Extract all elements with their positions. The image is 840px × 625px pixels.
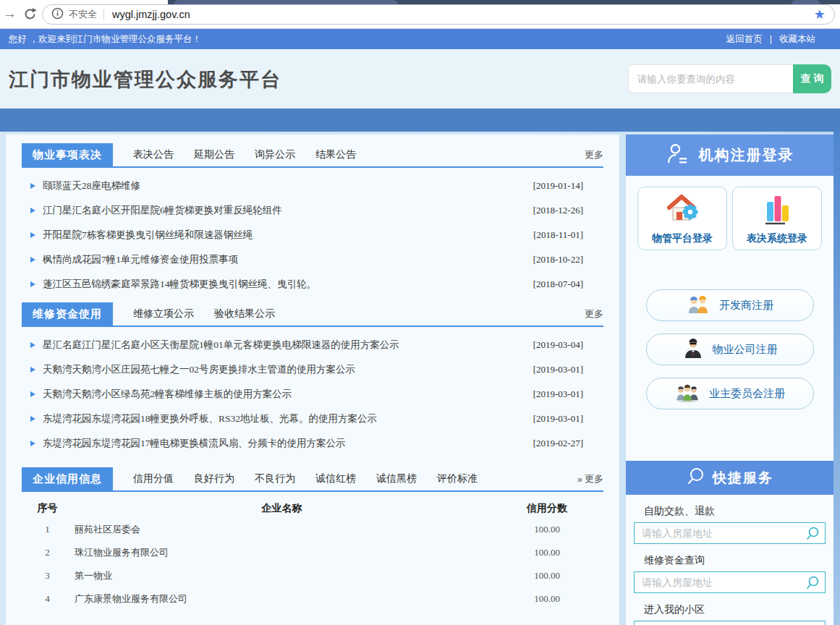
committee-group-icon xyxy=(674,381,700,406)
site-title: 江门市物业管理公众服务平台 xyxy=(9,67,281,93)
magnifier-icon xyxy=(686,467,705,489)
register-login-title: 机构注册登录 xyxy=(699,145,794,165)
tab-black-list[interactable]: 诚信黑榜 xyxy=(376,467,417,490)
bookmark-star-icon[interactable]: ★ xyxy=(814,8,826,21)
item-title[interactable]: 东堤湾花园东堤湾花园18幢更换外呼板、RS32地址板、光幕。的使用方案公示 xyxy=(43,412,525,425)
tab-criteria[interactable]: 评价标准 xyxy=(437,467,478,490)
bullet-triangle-icon xyxy=(30,391,35,397)
search-magnifier-icon[interactable] xyxy=(805,526,820,545)
owners-committee-register-button[interactable]: 业主委员会注册 xyxy=(646,378,814,409)
item-date: [2019-03-01] xyxy=(533,413,583,425)
list-item[interactable]: 蓬江区五邑锦绣豪庭翠景路14幢货梯更换曳引钢丝绳、曳引轮。 [2018-07-0… xyxy=(22,272,603,297)
welcome-bar: 您好 ，欢迎来到江门市物业管理公众服务平台！ 返回首页 | 收藏本站 xyxy=(0,29,840,49)
quick-services-title: 快捷服务 xyxy=(713,469,773,488)
service-label: 进入我的小区 xyxy=(644,603,833,616)
info-icon[interactable] xyxy=(51,7,64,22)
list-item[interactable]: 天鹅湾天鹅湾小区绿岛苑2幢客梯维修主板的使用方案公示 [2019-03-01] xyxy=(22,382,603,407)
fund-more-link[interactable]: 更多 xyxy=(585,302,603,326)
item-title[interactable]: 天鹅湾天鹅湾小区庄园苑七幢之一02号房更换排水主管道的使用方案公示 xyxy=(43,363,525,376)
page-background-strip xyxy=(833,132,840,625)
credit-score: 100.00 xyxy=(496,524,598,535)
voting-more-link[interactable]: 更多 xyxy=(585,143,603,166)
item-date: [2019-01-14] xyxy=(533,180,583,192)
tab-delay-notice[interactable]: 延期公告 xyxy=(194,143,234,166)
item-title[interactable]: 东堤湾花园东堤湾花园17幢电梯更换横流风扇、分频卡的使用方案公示 xyxy=(43,437,525,450)
bullet-triangle-icon xyxy=(30,183,35,189)
quick-services-header: 快捷服务 xyxy=(626,461,833,495)
bullet-triangle-icon xyxy=(30,208,35,213)
search-magnifier-icon[interactable] xyxy=(805,575,820,594)
company-name[interactable]: 丽苑社区居委会 xyxy=(67,523,496,536)
company-name[interactable]: 广东康景物业服务有限公司 xyxy=(67,592,496,605)
company-name[interactable]: 第一物业 xyxy=(67,569,496,582)
item-title[interactable]: 枫情尚成花园7幢1单元维修资金使用投票事项 xyxy=(43,253,525,266)
url-text[interactable]: wygl.jmzjj.gov.cn xyxy=(112,9,190,20)
list-item[interactable]: 东堤湾花园东堤湾花园17幢电梯更换横流风扇、分频卡的使用方案公示 [2019-0… xyxy=(22,431,603,456)
tab-bad-behavior[interactable]: 不良行为 xyxy=(255,467,295,490)
credit-section-header: 企业信用信息 信用分值 良好行为 不良行为 诚信红榜 诚信黑榜 评价标准 » 更… xyxy=(22,467,603,492)
column-no: 序号 xyxy=(27,502,67,515)
address-search-input[interactable] xyxy=(634,522,826,544)
home-link[interactable]: 返回首页 xyxy=(726,33,763,46)
company-name[interactable]: 珠江物业服务有限公司 xyxy=(67,546,496,559)
tab-fund-active[interactable]: 维修资金使用 xyxy=(22,302,113,326)
list-item[interactable]: 星汇名庭江门星汇名庭小区天衡星院1幢01单元客梯更换电梯限速器的使用方案公示 [… xyxy=(22,333,603,357)
item-date: [2019-03-01] xyxy=(533,388,583,400)
bullet-triangle-icon xyxy=(30,281,35,287)
item-title[interactable]: 星汇名庭江门星汇名庭小区天衡星院1幢01单元客梯更换电梯限速器的使用方案公示 xyxy=(43,339,525,352)
list-item[interactable]: 颐璟蓝天28座电梯维修 [2019-01-14] xyxy=(22,174,603,198)
tab-red-list[interactable]: 诚信红榜 xyxy=(315,467,356,490)
credit-score: 100.00 xyxy=(496,570,598,582)
item-title[interactable]: 江门星汇名庭小区开阳星院6幢货梯更换对重反绳轮组件 xyxy=(43,204,525,217)
property-company-register-label: 物业公司注册 xyxy=(713,343,778,357)
login-cards: 物管平台登录 表决系统登录 xyxy=(626,187,833,250)
developer-register-label: 开发商注册 xyxy=(719,299,773,312)
table-row: 2 珠江物业服务有限公司 100.00 xyxy=(22,541,603,564)
bullet-triangle-icon xyxy=(30,416,35,422)
bullet-triangle-icon xyxy=(30,257,35,263)
tab-voting-active[interactable]: 物业事项表决 xyxy=(22,143,113,166)
credit-score: 100.00 xyxy=(496,593,598,605)
list-item[interactable]: 江门星汇名庭小区开阳星院6幢货梯更换对重反绳轮组件 [2018-12-26] xyxy=(22,198,603,223)
item-title[interactable]: 颐璟蓝天28座电梯维修 xyxy=(43,179,525,192)
property-platform-login-button[interactable]: 物管平台登录 xyxy=(637,187,727,250)
credit-table-header: 序号 企业名称 信用分数 xyxy=(22,499,603,518)
tab-credit-active[interactable]: 企业信用信息 xyxy=(22,467,113,490)
voting-section-header: 物业事项表决 表决公告 延期公告 询异公示 结果公告 更多 xyxy=(22,143,603,168)
list-item[interactable]: 天鹅湾天鹅湾小区庄园苑七幢之一02号房更换排水主管道的使用方案公示 [2019-… xyxy=(22,357,603,382)
tab-fund-project[interactable]: 维修立项公示 xyxy=(133,302,194,326)
bullet-triangle-icon xyxy=(30,232,35,238)
developer-register-button[interactable]: 开发商注册 xyxy=(646,289,814,321)
quick-service-fund-query: 维修资金查询 xyxy=(626,554,833,593)
tab-fund-acceptance[interactable]: 验收结果公示 xyxy=(214,302,275,326)
tab-voting-notice[interactable]: 表决公告 xyxy=(133,143,174,166)
tab-credit-score[interactable]: 信用分值 xyxy=(133,467,174,490)
bullet-triangle-icon xyxy=(30,342,35,348)
list-item[interactable]: 东堤湾花园东堤湾花园18幢更换外呼板、RS32地址板、光幕。的使用方案公示 [2… xyxy=(22,407,603,431)
search-button[interactable]: 查 询 xyxy=(793,64,831,93)
table-row: 3 第一物业 100.00 xyxy=(22,564,603,587)
credit-more-label: 更多 xyxy=(585,472,603,485)
row-no: 3 xyxy=(27,570,67,582)
tab-result-notice[interactable]: 结果公告 xyxy=(315,143,356,166)
bar-chart-icon xyxy=(761,192,793,229)
item-title[interactable]: 蓬江区五邑锦绣豪庭翠景路14幢货梯更换曳引钢丝绳、曳引轮。 xyxy=(43,278,525,291)
tab-good-behavior[interactable]: 良好行为 xyxy=(194,467,234,490)
tab-inquiry-notice[interactable]: 询异公示 xyxy=(255,143,295,166)
search-input[interactable] xyxy=(628,64,793,93)
url-divider xyxy=(103,9,104,20)
list-item[interactable]: 开阳星院7栋客梯更换曳引钢丝绳和限速器钢丝绳 [2018-11-01] xyxy=(22,223,603,247)
item-title[interactable]: 开阳星院7栋客梯更换曳引钢丝绳和限速器钢丝绳 xyxy=(43,229,525,242)
address-search-input[interactable] xyxy=(634,571,826,593)
row-no: 4 xyxy=(27,593,67,605)
community-search-input[interactable] xyxy=(634,621,826,625)
credit-more-link[interactable]: » 更多 xyxy=(577,467,603,490)
favorite-link[interactable]: 收藏本站 xyxy=(779,33,815,46)
reload-icon[interactable] xyxy=(23,7,37,24)
voting-system-login-button[interactable]: 表决系统登录 xyxy=(732,187,822,250)
property-company-register-button[interactable]: 物业公司注册 xyxy=(646,333,814,365)
forward-icon[interactable]: → xyxy=(3,6,17,22)
address-bar[interactable]: 不安全 wygl.jmzjj.gov.cn ★ xyxy=(42,4,835,25)
item-title[interactable]: 天鹅湾天鹅湾小区绿岛苑2幢客梯维修主板的使用方案公示 xyxy=(43,388,525,401)
list-item[interactable]: 枫情尚成花园7幢1单元维修资金使用投票事项 [2018-10-22] xyxy=(22,247,603,272)
